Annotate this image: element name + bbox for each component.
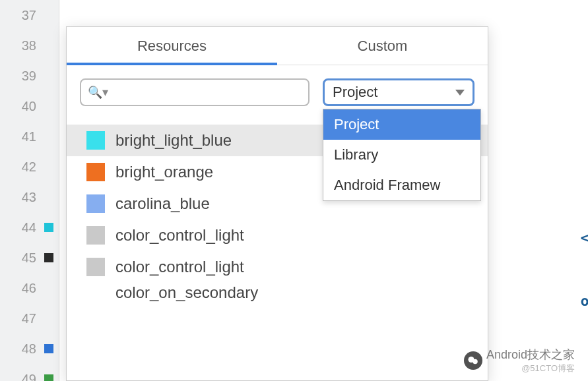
list-item[interactable]: color_on_secondary (67, 283, 488, 303)
filter-row: 🔍▾ Project Project Library Android Frame… (67, 65, 488, 119)
gutter-swatch (44, 374, 53, 381)
line-number: 42 (22, 160, 36, 175)
svg-point-1 (473, 359, 478, 365)
line-number: 37 (22, 8, 36, 23)
tab-bar: Resources Custom (67, 27, 488, 65)
list-item-label: bright_orange (115, 163, 213, 181)
scope-dropdown: Project Project Library Android Framew (323, 78, 474, 106)
color-swatch-icon (86, 226, 105, 245)
gutter-swatch (44, 253, 53, 262)
list-item[interactable]: color_control_light (67, 220, 488, 251)
tab-resources[interactable]: Resources (67, 27, 277, 65)
list-item[interactable]: color_control_light (67, 251, 488, 283)
line-number-gutter: 37 38 39 40 41 42 43 44 45 46 47 48 49 5… (0, 0, 59, 381)
search-input[interactable] (111, 85, 302, 100)
line-number: 48 (22, 341, 36, 357)
dropdown-option-android-framework[interactable]: Android Framew (323, 170, 480, 200)
color-swatch-icon (86, 258, 105, 276)
scope-dropdown-button[interactable]: Project (323, 78, 474, 106)
line-number: 46 (22, 281, 36, 296)
tab-label: Custom (358, 38, 408, 55)
watermark-sub: @51CTO博客 (486, 363, 575, 374)
search-box[interactable]: 🔍▾ (80, 78, 310, 106)
search-icon: 🔍▾ (88, 85, 108, 100)
dropdown-option-library[interactable]: Library (323, 140, 480, 170)
line-number: 39 (22, 69, 36, 84)
line-number: 38 (22, 38, 36, 53)
color-picker-popup: Resources Custom 🔍▾ Project Project Libr… (66, 26, 488, 381)
line-number: 40 (22, 99, 36, 114)
list-item-label: carolina_blue (115, 194, 210, 213)
line-number: 43 (22, 190, 36, 205)
list-item-label: color_on_secondary (115, 283, 258, 302)
dropdown-option-project[interactable]: Project (323, 109, 480, 140)
line-number: 49 (22, 372, 36, 382)
watermark-title: Android技术之家 (486, 347, 575, 363)
line-number: 41 (22, 129, 36, 144)
tab-custom[interactable]: Custom (277, 27, 488, 65)
dropdown-selected-label: Project (333, 84, 377, 101)
gutter-swatch (44, 223, 53, 232)
list-item-label: color_control_light (115, 258, 244, 276)
line-number: 47 (22, 311, 36, 326)
color-swatch-icon (86, 194, 105, 213)
gutter-swatch (44, 344, 53, 353)
list-item-label: color_control_light (115, 226, 244, 245)
dropdown-menu: Project Library Android Framew (323, 109, 481, 201)
chevron-down-icon (455, 90, 465, 96)
color-swatch-icon (86, 163, 105, 181)
line-number: 45 (22, 250, 36, 266)
watermark: Android技术之家 @51CTO博客 (464, 347, 575, 374)
color-swatch-icon (86, 131, 105, 150)
wechat-icon (464, 351, 482, 370)
tab-label: Resources (137, 38, 207, 55)
line-number: 44 (22, 220, 36, 235)
list-item-label: bright_light_blue (115, 131, 232, 150)
